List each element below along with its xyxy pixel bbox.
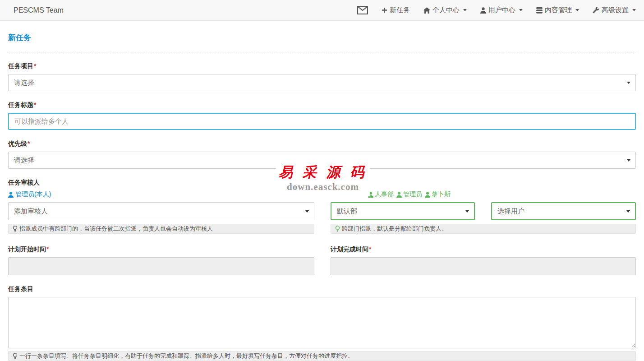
chevron-down-icon xyxy=(463,9,467,11)
department-select-value: 默认部 xyxy=(337,207,357,216)
chevron-down-icon xyxy=(626,210,630,213)
task-items-help: 一行一条条目填写。将任务条目明细化，有助于任务的完成和跟踪。指派给多人时，最好填… xyxy=(8,351,636,361)
assigned-member[interactable]: 管理员 xyxy=(396,190,422,199)
help-row: 指派成员中有跨部门的，当该任务被二次指派，负责人也会自动设为审核人 跨部门指派，… xyxy=(8,224,636,234)
field-task-items: 任务条目 一行一条条目填写。将任务条目明细化，有助于任务的完成和跟踪。指派给多人… xyxy=(8,285,636,361)
reviewer-label: 任务审核人 xyxy=(8,179,636,187)
reviewer-help-text: 指派成员中有跨部门的，当该任务被二次指派，负责人也会自动设为审核人 xyxy=(19,225,213,233)
project-select-value: 请选择 xyxy=(14,79,34,87)
field-start-time: 计划开始时间* xyxy=(8,245,314,275)
add-reviewer-select-value: 添加审核人 xyxy=(14,207,48,216)
priority-label: 优先级* xyxy=(8,140,636,148)
reviewer-select-row: 添加审核人 默认部 选择用户 xyxy=(8,202,636,220)
chevron-down-icon xyxy=(305,210,309,213)
department-help: 跨部门指派，默认是分配给部门负责人。 xyxy=(331,224,636,234)
department-help-text: 跨部门指派，默认是分配给部门负责人。 xyxy=(342,225,447,233)
nav-user-center-label: 用户中心 xyxy=(488,6,515,14)
home-icon xyxy=(423,7,430,14)
nav-advanced-settings-label: 高级设置 xyxy=(602,6,629,14)
chevron-down-icon xyxy=(575,9,579,11)
assigned-member-label: 管理员 xyxy=(403,190,422,199)
task-items-label: 任务条目 xyxy=(8,285,636,293)
start-time-label: 计划开始时间* xyxy=(8,245,314,254)
department-select[interactable]: 默认部 xyxy=(331,202,475,220)
user-select[interactable]: 选择用户 xyxy=(491,202,636,220)
start-time-input[interactable] xyxy=(8,257,314,275)
title-input[interactable]: 可以指派给多个人 xyxy=(8,113,636,130)
task-items-help-text: 一行一条条目填写。将任务条目明细化，有助于任务的完成和跟踪。指派给多人时，最好填… xyxy=(19,352,354,360)
reviewer-help: 指派成员中有跨部门的，当该任务被二次指派，负责人也会自动设为审核人 xyxy=(8,224,314,234)
assigned-member[interactable]: 人事部 xyxy=(368,190,394,199)
reviewer-self-label: 管理员(本人) xyxy=(15,190,51,199)
user-icon xyxy=(480,7,486,14)
nav-new-task-label: 新任务 xyxy=(390,6,410,14)
lightbulb-icon xyxy=(13,353,18,360)
title-label: 任务标题* xyxy=(8,101,636,109)
priority-select-value: 请选择 xyxy=(14,156,34,165)
lightbulb-icon xyxy=(335,226,340,232)
wrench-icon xyxy=(593,7,599,14)
assigned-member-label: 人事部 xyxy=(375,190,394,199)
field-title: 任务标题* 可以指派给多个人 xyxy=(8,101,636,130)
field-project: 任务项目* 请选择 xyxy=(8,62,636,91)
top-navbar: PESCMS Team 新任务 个人中心 用户中心 xyxy=(0,0,644,21)
assigned-member-list: 人事部 管理员 萝卜斯 xyxy=(368,190,451,199)
chevron-down-icon xyxy=(632,9,636,11)
field-reviewer: 任务审核人 管理员(本人) 人事部 管理员 萝卜斯 xyxy=(8,179,636,234)
user-icon xyxy=(8,192,14,198)
chevron-down-icon xyxy=(627,159,630,162)
reviewer-line: 管理员(本人) 人事部 管理员 萝卜斯 xyxy=(8,190,636,199)
nav-new-task[interactable]: 新任务 xyxy=(382,6,410,14)
task-items-textarea[interactable] xyxy=(8,297,636,348)
required-asterisk: * xyxy=(28,140,30,147)
nav-personal-center-label: 个人中心 xyxy=(432,6,460,14)
reviewer-self-link[interactable]: 管理员(本人) xyxy=(8,190,51,199)
user-icon xyxy=(425,192,430,198)
chevron-down-icon xyxy=(627,82,630,84)
date-row: 计划开始时间* 计划完成时间* xyxy=(8,245,636,275)
page-title: 新任务 xyxy=(8,32,636,43)
required-asterisk: * xyxy=(46,245,49,253)
nav-advanced-settings[interactable]: 高级设置 xyxy=(593,6,636,14)
required-asterisk: * xyxy=(34,101,36,108)
database-icon xyxy=(536,7,543,14)
title-input-value: 可以指派给多个人 xyxy=(14,117,69,126)
nav-user-center[interactable]: 用户中心 xyxy=(480,6,523,14)
messages-button[interactable] xyxy=(357,6,368,14)
navbar-menu: 新任务 个人中心 用户中心 内容管理 高级设置 xyxy=(357,6,636,14)
nav-personal-center[interactable]: 个人中心 xyxy=(423,6,467,14)
required-asterisk: * xyxy=(34,62,36,69)
user-icon xyxy=(368,192,373,198)
nav-content-management-label: 内容管理 xyxy=(545,6,572,14)
field-end-time: 计划完成时间* xyxy=(331,245,636,275)
add-reviewer-select[interactable]: 添加审核人 xyxy=(8,202,314,220)
chevron-down-icon xyxy=(519,9,523,11)
field-priority: 优先级* 请选择 xyxy=(8,140,636,169)
nav-content-management[interactable]: 内容管理 xyxy=(536,6,579,14)
assigned-member-label: 萝卜斯 xyxy=(432,190,451,199)
lightbulb-icon xyxy=(13,226,18,232)
project-select[interactable]: 请选择 xyxy=(8,74,636,91)
project-label: 任务项目* xyxy=(8,62,636,70)
assigned-member[interactable]: 萝卜斯 xyxy=(425,190,451,199)
chevron-down-icon xyxy=(465,210,469,213)
plus-icon xyxy=(382,7,387,13)
priority-select[interactable]: 请选择 xyxy=(8,152,636,169)
end-time-input[interactable] xyxy=(331,257,636,275)
user-icon xyxy=(396,192,402,198)
brand-title: PESCMS Team xyxy=(8,6,64,14)
user-select-value: 选择用户 xyxy=(497,207,524,216)
envelope-icon xyxy=(357,6,368,14)
page-header: 新任务 xyxy=(8,32,636,52)
required-asterisk: * xyxy=(369,245,371,253)
new-task-form: 任务项目* 请选择 任务标题* 可以指派给多个人 优先级* 请选择 任务审核人 … xyxy=(0,62,644,361)
end-time-label: 计划完成时间* xyxy=(331,245,636,254)
